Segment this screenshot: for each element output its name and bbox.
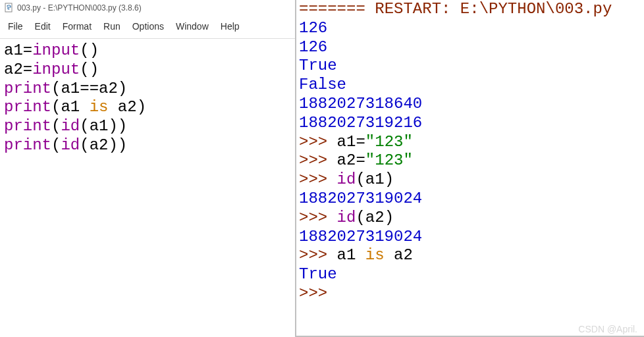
shell-output-line: 126: [299, 19, 327, 37]
shell-output-line: 1882027319216: [299, 114, 422, 132]
shell-output-line: True: [299, 57, 337, 74]
menu-file[interactable]: File: [3, 20, 28, 33]
menu-help[interactable]: Help: [215, 20, 245, 33]
menu-edit[interactable]: Edit: [30, 20, 56, 33]
editor-code-area[interactable]: a1=input() a2=input() print(a1==a2) prin…: [0, 39, 295, 337]
shell-prompt: >>>: [299, 170, 337, 188]
shell-output-line: 1882027319024: [299, 228, 422, 246]
shell-prompt: >>>: [299, 151, 337, 169]
shell-output-line: False: [299, 76, 346, 93]
python-file-icon: [4, 3, 14, 13]
shell-output-line: 126: [299, 38, 327, 56]
editor-title: 003.py - E:\PYTHON\003.py (3.8.6): [17, 3, 142, 13]
shell-output-line: True: [299, 265, 337, 283]
shell-output-line: 1882027318640: [299, 95, 422, 113]
editor-menubar: File Edit Format Run Options Window Help: [0, 16, 295, 39]
shell-restart-sep: =======: [299, 0, 365, 18]
menu-format[interactable]: Format: [57, 20, 97, 33]
shell-prompt: >>>: [299, 133, 337, 151]
editor-pane: 003.py - E:\PYTHON\003.py (3.8.6) File E…: [0, 0, 296, 337]
shell-prompt: >>>: [299, 284, 337, 302]
shell-prompt: >>>: [299, 209, 337, 226]
menu-window[interactable]: Window: [171, 20, 214, 33]
shell-output-line: 1882027319024: [299, 190, 422, 207]
menu-run[interactable]: Run: [98, 20, 126, 33]
shell-prompt: >>>: [299, 246, 337, 264]
menu-options[interactable]: Options: [127, 20, 169, 33]
shell-pane: ======= RESTART: E:\PYTHON\003.py 126 12…: [296, 0, 644, 337]
shell-restart-text: RESTART: E:\PYTHON\003.py: [365, 0, 612, 18]
editor-titlebar: 003.py - E:\PYTHON\003.py (3.8.6): [0, 0, 295, 16]
shell-output-area[interactable]: ======= RESTART: E:\PYTHON\003.py 126 12…: [296, 0, 644, 336]
